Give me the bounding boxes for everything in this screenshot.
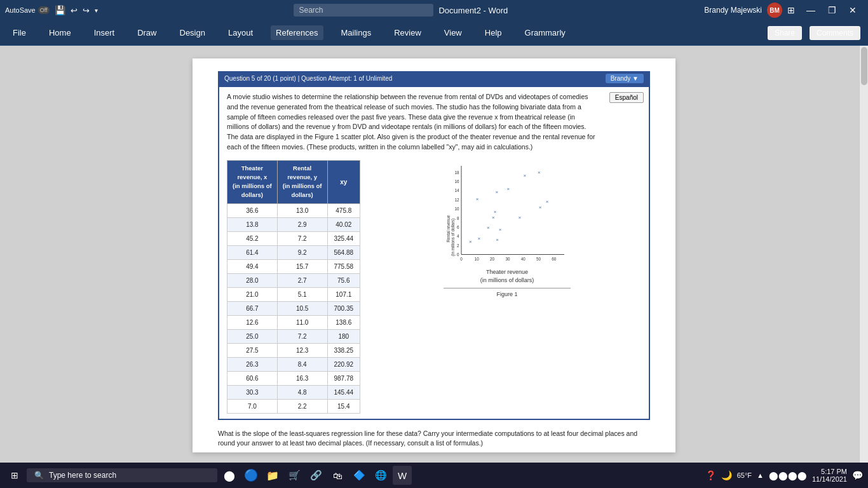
user-name: Brandy Majewski — [704, 6, 762, 15]
regression-question: What is the slope of the least-squares r… — [218, 429, 650, 449]
notification-icon[interactable]: 💬 — [852, 470, 863, 480]
menu-grammarly[interactable]: Grammarly — [520, 25, 571, 40]
taskbar-icon-5[interactable]: 🔗 — [306, 466, 325, 485]
taskbar-icon-7[interactable]: 🔷 — [349, 466, 369, 485]
table-cell: 15.7 — [277, 259, 327, 273]
table-cell: 220.92 — [327, 357, 360, 371]
table-cell: 45.2 — [227, 231, 278, 245]
table-row: 66.710.5700.35 — [227, 301, 360, 315]
user-avatar[interactable]: BM — [767, 3, 782, 18]
scroll-thumb[interactable] — [861, 47, 867, 85]
share-button[interactable]: Share — [768, 26, 802, 40]
table-cell: 27.5 — [227, 343, 278, 357]
table-row: 25.07.2180 — [227, 329, 360, 343]
menu-insert[interactable]: Insert — [89, 25, 120, 40]
table-cell: 7.2 — [277, 231, 327, 245]
taskbar-icons-tray[interactable]: ⬤⬤⬤⬤ — [769, 471, 807, 480]
menu-layout[interactable]: Layout — [223, 25, 258, 40]
menu-draw[interactable]: Draw — [132, 25, 161, 40]
table-row: 30.34.8145.44 — [227, 385, 360, 399]
time-display: 5:17 PM — [812, 468, 847, 475]
taskbar-chrome[interactable]: 🌐 — [371, 466, 390, 485]
comments-button[interactable]: Comments — [810, 26, 860, 40]
svg-text:×: × — [546, 198, 549, 204]
table-cell: 11.0 — [277, 315, 327, 329]
taskbar: ⊞ 🔍 Type here to search ⬤ 🔵 📁 🛒 🔗 🛍 🔷 🌐 … — [0, 463, 868, 488]
table-cell: 107.1 — [327, 287, 360, 301]
title-bar: AutoSave Off 💾 ↩ ↪ ▾ Document2 - Word Br… — [0, 0, 868, 20]
table-cell: 325.44 — [327, 231, 360, 245]
svg-text:2: 2 — [457, 243, 459, 247]
taskbar-explorer[interactable]: 📁 — [263, 466, 282, 485]
save-icon[interactable]: 💾 — [55, 5, 65, 15]
chart-x-label: Theater revenue(in millions of dollars) — [480, 268, 534, 285]
table-cell: 8.4 — [277, 357, 327, 371]
taskbar-task-view[interactable]: ⬤ — [220, 466, 239, 485]
table-cell: 338.25 — [327, 343, 360, 357]
menu-home[interactable]: Home — [44, 25, 76, 40]
table-row: 26.38.4220.92 — [227, 357, 360, 371]
autosave-switch[interactable]: Off — [38, 6, 50, 14]
menu-view[interactable]: View — [439, 25, 467, 40]
taskbar-search-box[interactable]: 🔍 Type here to search — [27, 468, 217, 482]
table-cell: 775.58 — [327, 259, 360, 273]
search-placeholder-text: Type here to search — [49, 471, 116, 480]
table-cell: 5.1 — [277, 287, 327, 301]
svg-text:×: × — [495, 189, 498, 195]
taskbar-icon-6[interactable]: 🛍 — [328, 466, 347, 485]
table-cell: 4.8 — [277, 385, 327, 399]
taskbar-moon-icon[interactable]: 🌙 — [721, 470, 732, 480]
table-cell: 21.0 — [227, 287, 278, 301]
taskbar-amazon[interactable]: 🛒 — [285, 466, 304, 485]
restore-button[interactable]: ❐ — [822, 3, 843, 18]
close-button[interactable]: ✕ — [843, 3, 863, 18]
taskbar-up-icon[interactable]: ▲ — [757, 471, 764, 479]
title-search-input[interactable] — [294, 4, 433, 17]
redo-icon[interactable]: ↪ — [83, 6, 90, 15]
windows-button[interactable]: ⊞ — [5, 466, 24, 485]
question-header: Question 5 of 20 (1 point) | Question At… — [218, 71, 650, 86]
brandy-button[interactable]: Brandy ▼ — [606, 74, 644, 83]
page: Question 5 of 20 (1 point) | Question At… — [193, 58, 675, 452]
table-row: 27.512.3338.25 — [227, 343, 360, 357]
table-cell: 30.3 — [227, 385, 278, 399]
table-cell: 15.4 — [327, 399, 360, 413]
layout-icon[interactable]: ⊞ — [787, 5, 795, 15]
menu-review[interactable]: Review — [389, 25, 426, 40]
window-controls: — ❐ ✕ — [800, 3, 863, 18]
svg-text:14: 14 — [454, 188, 459, 193]
minimize-button[interactable]: — — [800, 3, 822, 18]
table-row: 49.415.7775.58 — [227, 259, 360, 273]
svg-text:×: × — [496, 236, 499, 242]
undo-icon[interactable]: ↩ — [71, 6, 78, 15]
table-cell: 7.2 — [277, 329, 327, 343]
svg-text:×: × — [518, 214, 521, 220]
scroll-track[interactable] — [859, 46, 868, 463]
clock: 5:17 PM 11/14/2021 — [812, 468, 847, 483]
svg-text:50: 50 — [536, 256, 541, 261]
svg-text:10: 10 — [454, 207, 459, 211]
svg-text:Rental revenue: Rental revenue — [446, 215, 451, 242]
svg-text:10: 10 — [475, 256, 480, 261]
question-body: A movie studio wishes to determine the r… — [227, 92, 641, 152]
main-area: Question 5 of 20 (1 point) | Question At… — [0, 46, 868, 463]
menu-file[interactable]: File — [8, 25, 31, 40]
taskbar-question-icon[interactable]: ❓ — [705, 470, 716, 480]
table-cell: 26.3 — [227, 357, 278, 371]
menu-design[interactable]: Design — [175, 25, 210, 40]
question-content: Español A movie studio wishes to determi… — [218, 86, 650, 420]
table-cell: 987.78 — [327, 371, 360, 385]
autosave-toggle[interactable]: AutoSave Off — [5, 6, 50, 14]
table-cell: 700.35 — [327, 301, 360, 315]
taskbar-right: ❓ 🌙 65°F ▲ ⬤⬤⬤⬤ 5:17 PM 11/14/2021 💬 — [705, 468, 863, 483]
svg-text:(in millions of dollars): (in millions of dollars) — [451, 218, 456, 255]
espanol-button[interactable]: Español — [609, 92, 644, 103]
menu-references[interactable]: References — [271, 25, 323, 40]
menu-help[interactable]: Help — [480, 25, 507, 40]
quick-access-dropdown[interactable]: ▾ — [95, 7, 98, 14]
menu-mailings[interactable]: Mailings — [336, 25, 377, 40]
table-cell: 60.6 — [227, 371, 278, 385]
taskbar-edge[interactable]: 🔵 — [241, 466, 261, 485]
table-cell: 61.4 — [227, 245, 278, 259]
taskbar-word[interactable]: W — [393, 466, 412, 485]
